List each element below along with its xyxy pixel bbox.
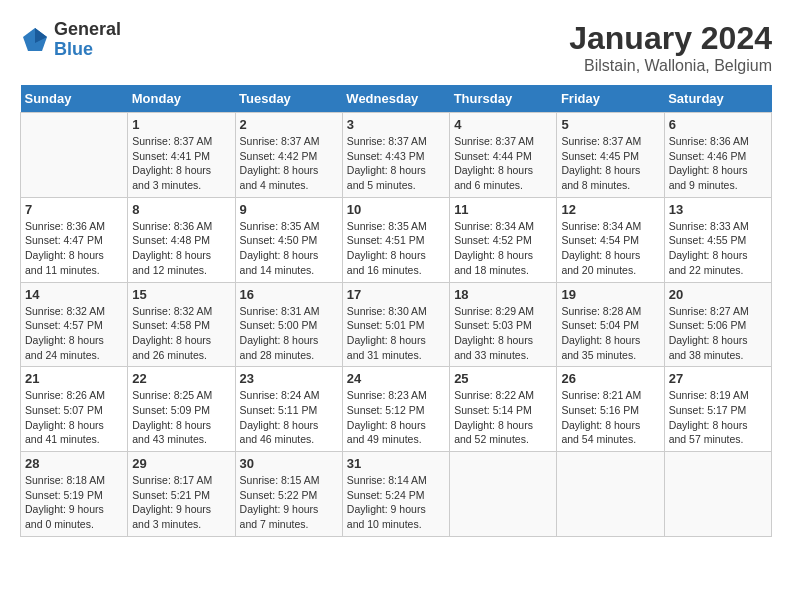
header-cell-sunday: Sunday xyxy=(21,85,128,113)
day-cell: 10Sunrise: 8:35 AM Sunset: 4:51 PM Dayli… xyxy=(342,197,449,282)
header-cell-tuesday: Tuesday xyxy=(235,85,342,113)
day-cell: 30Sunrise: 8:15 AM Sunset: 5:22 PM Dayli… xyxy=(235,452,342,537)
title-block: January 2024 Bilstain, Wallonia, Belgium xyxy=(569,20,772,75)
day-info: Sunrise: 8:22 AM Sunset: 5:14 PM Dayligh… xyxy=(454,388,552,447)
day-info: Sunrise: 8:18 AM Sunset: 5:19 PM Dayligh… xyxy=(25,473,123,532)
day-number: 13 xyxy=(669,202,767,217)
day-number: 28 xyxy=(25,456,123,471)
day-cell xyxy=(21,113,128,198)
day-cell: 12Sunrise: 8:34 AM Sunset: 4:54 PM Dayli… xyxy=(557,197,664,282)
day-info: Sunrise: 8:37 AM Sunset: 4:42 PM Dayligh… xyxy=(240,134,338,193)
day-number: 31 xyxy=(347,456,445,471)
day-number: 21 xyxy=(25,371,123,386)
day-info: Sunrise: 8:27 AM Sunset: 5:06 PM Dayligh… xyxy=(669,304,767,363)
header-cell-monday: Monday xyxy=(128,85,235,113)
day-number: 2 xyxy=(240,117,338,132)
day-cell: 3Sunrise: 8:37 AM Sunset: 4:43 PM Daylig… xyxy=(342,113,449,198)
header-cell-saturday: Saturday xyxy=(664,85,771,113)
calendar-body: 1Sunrise: 8:37 AM Sunset: 4:41 PM Daylig… xyxy=(21,113,772,537)
day-number: 4 xyxy=(454,117,552,132)
day-info: Sunrise: 8:21 AM Sunset: 5:16 PM Dayligh… xyxy=(561,388,659,447)
day-number: 25 xyxy=(454,371,552,386)
calendar-header: SundayMondayTuesdayWednesdayThursdayFrid… xyxy=(21,85,772,113)
day-number: 26 xyxy=(561,371,659,386)
day-number: 20 xyxy=(669,287,767,302)
day-info: Sunrise: 8:29 AM Sunset: 5:03 PM Dayligh… xyxy=(454,304,552,363)
day-info: Sunrise: 8:37 AM Sunset: 4:45 PM Dayligh… xyxy=(561,134,659,193)
day-number: 30 xyxy=(240,456,338,471)
day-info: Sunrise: 8:36 AM Sunset: 4:47 PM Dayligh… xyxy=(25,219,123,278)
header-cell-thursday: Thursday xyxy=(450,85,557,113)
day-cell: 21Sunrise: 8:26 AM Sunset: 5:07 PM Dayli… xyxy=(21,367,128,452)
day-cell: 15Sunrise: 8:32 AM Sunset: 4:58 PM Dayli… xyxy=(128,282,235,367)
day-cell: 14Sunrise: 8:32 AM Sunset: 4:57 PM Dayli… xyxy=(21,282,128,367)
day-info: Sunrise: 8:31 AM Sunset: 5:00 PM Dayligh… xyxy=(240,304,338,363)
logo-icon xyxy=(20,25,50,55)
day-info: Sunrise: 8:34 AM Sunset: 4:54 PM Dayligh… xyxy=(561,219,659,278)
day-cell: 19Sunrise: 8:28 AM Sunset: 5:04 PM Dayli… xyxy=(557,282,664,367)
day-info: Sunrise: 8:33 AM Sunset: 4:55 PM Dayligh… xyxy=(669,219,767,278)
day-cell: 11Sunrise: 8:34 AM Sunset: 4:52 PM Dayli… xyxy=(450,197,557,282)
day-number: 6 xyxy=(669,117,767,132)
day-number: 29 xyxy=(132,456,230,471)
day-cell: 17Sunrise: 8:30 AM Sunset: 5:01 PM Dayli… xyxy=(342,282,449,367)
day-info: Sunrise: 8:28 AM Sunset: 5:04 PM Dayligh… xyxy=(561,304,659,363)
day-number: 16 xyxy=(240,287,338,302)
day-info: Sunrise: 8:15 AM Sunset: 5:22 PM Dayligh… xyxy=(240,473,338,532)
day-cell: 6Sunrise: 8:36 AM Sunset: 4:46 PM Daylig… xyxy=(664,113,771,198)
day-cell: 1Sunrise: 8:37 AM Sunset: 4:41 PM Daylig… xyxy=(128,113,235,198)
week-row: 7Sunrise: 8:36 AM Sunset: 4:47 PM Daylig… xyxy=(21,197,772,282)
day-number: 14 xyxy=(25,287,123,302)
day-number: 19 xyxy=(561,287,659,302)
day-cell: 29Sunrise: 8:17 AM Sunset: 5:21 PM Dayli… xyxy=(128,452,235,537)
day-cell: 4Sunrise: 8:37 AM Sunset: 4:44 PM Daylig… xyxy=(450,113,557,198)
logo: General Blue xyxy=(20,20,121,60)
day-cell: 24Sunrise: 8:23 AM Sunset: 5:12 PM Dayli… xyxy=(342,367,449,452)
day-info: Sunrise: 8:32 AM Sunset: 4:57 PM Dayligh… xyxy=(25,304,123,363)
page-header: General Blue January 2024 Bilstain, Wall… xyxy=(20,20,772,75)
day-cell: 16Sunrise: 8:31 AM Sunset: 5:00 PM Dayli… xyxy=(235,282,342,367)
day-info: Sunrise: 8:19 AM Sunset: 5:17 PM Dayligh… xyxy=(669,388,767,447)
day-number: 8 xyxy=(132,202,230,217)
day-info: Sunrise: 8:30 AM Sunset: 5:01 PM Dayligh… xyxy=(347,304,445,363)
day-number: 5 xyxy=(561,117,659,132)
day-number: 3 xyxy=(347,117,445,132)
week-row: 1Sunrise: 8:37 AM Sunset: 4:41 PM Daylig… xyxy=(21,113,772,198)
day-info: Sunrise: 8:36 AM Sunset: 4:48 PM Dayligh… xyxy=(132,219,230,278)
header-cell-friday: Friday xyxy=(557,85,664,113)
day-info: Sunrise: 8:36 AM Sunset: 4:46 PM Dayligh… xyxy=(669,134,767,193)
day-cell: 23Sunrise: 8:24 AM Sunset: 5:11 PM Dayli… xyxy=(235,367,342,452)
calendar-title: January 2024 xyxy=(569,20,772,57)
day-cell: 22Sunrise: 8:25 AM Sunset: 5:09 PM Dayli… xyxy=(128,367,235,452)
calendar-table: SundayMondayTuesdayWednesdayThursdayFrid… xyxy=(20,85,772,537)
day-cell: 8Sunrise: 8:36 AM Sunset: 4:48 PM Daylig… xyxy=(128,197,235,282)
day-number: 12 xyxy=(561,202,659,217)
day-info: Sunrise: 8:25 AM Sunset: 5:09 PM Dayligh… xyxy=(132,388,230,447)
day-number: 10 xyxy=(347,202,445,217)
logo-line1: General xyxy=(54,20,121,40)
day-cell xyxy=(450,452,557,537)
day-cell: 9Sunrise: 8:35 AM Sunset: 4:50 PM Daylig… xyxy=(235,197,342,282)
day-cell: 5Sunrise: 8:37 AM Sunset: 4:45 PM Daylig… xyxy=(557,113,664,198)
week-row: 28Sunrise: 8:18 AM Sunset: 5:19 PM Dayli… xyxy=(21,452,772,537)
day-number: 18 xyxy=(454,287,552,302)
day-cell: 18Sunrise: 8:29 AM Sunset: 5:03 PM Dayli… xyxy=(450,282,557,367)
week-row: 21Sunrise: 8:26 AM Sunset: 5:07 PM Dayli… xyxy=(21,367,772,452)
week-row: 14Sunrise: 8:32 AM Sunset: 4:57 PM Dayli… xyxy=(21,282,772,367)
day-number: 7 xyxy=(25,202,123,217)
day-info: Sunrise: 8:23 AM Sunset: 5:12 PM Dayligh… xyxy=(347,388,445,447)
day-number: 11 xyxy=(454,202,552,217)
header-cell-wednesday: Wednesday xyxy=(342,85,449,113)
day-info: Sunrise: 8:17 AM Sunset: 5:21 PM Dayligh… xyxy=(132,473,230,532)
day-cell: 2Sunrise: 8:37 AM Sunset: 4:42 PM Daylig… xyxy=(235,113,342,198)
day-cell: 26Sunrise: 8:21 AM Sunset: 5:16 PM Dayli… xyxy=(557,367,664,452)
day-cell: 31Sunrise: 8:14 AM Sunset: 5:24 PM Dayli… xyxy=(342,452,449,537)
day-number: 17 xyxy=(347,287,445,302)
day-info: Sunrise: 8:32 AM Sunset: 4:58 PM Dayligh… xyxy=(132,304,230,363)
day-number: 24 xyxy=(347,371,445,386)
header-row: SundayMondayTuesdayWednesdayThursdayFrid… xyxy=(21,85,772,113)
day-info: Sunrise: 8:26 AM Sunset: 5:07 PM Dayligh… xyxy=(25,388,123,447)
day-cell: 25Sunrise: 8:22 AM Sunset: 5:14 PM Dayli… xyxy=(450,367,557,452)
logo-text: General Blue xyxy=(54,20,121,60)
day-number: 1 xyxy=(132,117,230,132)
